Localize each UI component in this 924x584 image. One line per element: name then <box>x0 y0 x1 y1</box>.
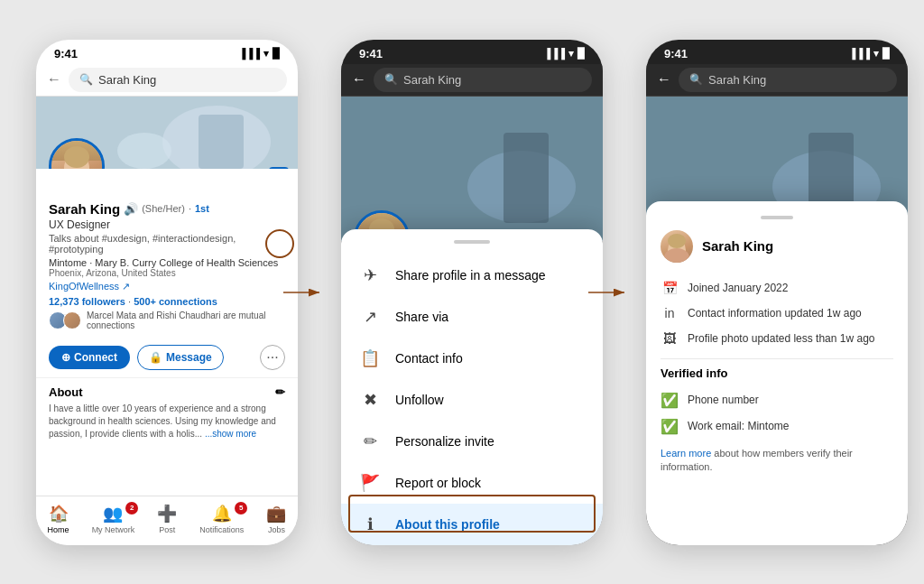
status-icons-right: ▐▐▐ ▾ ▉ <box>849 48 890 60</box>
nav-jobs[interactable]: 💼 Jobs <box>266 504 286 534</box>
home-icon: 🏠 <box>49 504 69 524</box>
svg-rect-2 <box>199 115 244 169</box>
menu-unfollow[interactable]: ✖ Unfollow <box>341 379 603 421</box>
menu-label-report: Report or block <box>395 476 481 490</box>
cover-photo-left: in <box>36 97 298 169</box>
verified-check-email: ✅ <box>661 418 679 435</box>
more-button[interactable]: ··· <box>260 345 285 370</box>
action-buttons-left: ⊕ Connect 🔒 Message ··· <box>36 338 298 377</box>
photo-icon: 🖼 <box>661 331 679 346</box>
search-bar-middle[interactable]: ← 🔍 Sarah King <box>341 64 603 97</box>
menu-report-block[interactable]: 🚩 Report or block <box>341 462 603 504</box>
learn-more-link[interactable]: Learn more <box>661 448 711 459</box>
profile-company-left: Mintome · Mary B. Curry College of Healt… <box>49 257 285 268</box>
menu-label-about: About this profile <box>395 517 500 532</box>
battery-icon-right: ▉ <box>882 48 890 60</box>
nav-notifications[interactable]: 🔔 5 Notifications <box>199 504 244 534</box>
menu-label-contact-info: Contact info <box>395 351 463 366</box>
svg-point-22 <box>668 234 686 248</box>
signal-icon: ▐▐▐ <box>239 48 260 59</box>
wifi-icon-right: ▾ <box>873 48 879 60</box>
info-icon: ℹ <box>359 514 381 534</box>
profile-info-left: Sarah King 🔊 (She/Her) · 1st UX Designer… <box>36 169 298 338</box>
share-icon: ↗ <box>359 307 381 327</box>
time-right: 9:41 <box>664 47 688 60</box>
search-bar-right[interactable]: ← 🔍 Sarah King <box>646 64 908 97</box>
menu-personalize-invite[interactable]: ✏ Personalize invite <box>341 421 603 462</box>
status-icons-left: ▐▐▐ ▾ ▉ <box>239 48 280 60</box>
back-arrow-left[interactable]: ← <box>47 71 61 88</box>
svg-point-5 <box>64 146 89 168</box>
status-bar-right: 9:41 ▐▐▐ ▾ ▉ <box>646 40 908 64</box>
search-icon-right: 🔍 <box>689 73 703 86</box>
show-more-link[interactable]: ...show more <box>205 429 256 439</box>
post-icon: ➕ <box>157 504 177 524</box>
back-arrow-middle[interactable]: ← <box>352 71 366 88</box>
search-text-left: Sarah King <box>98 73 156 87</box>
scene: 9:41 ▐▐▐ ▾ ▉ ← 🔍 Sarah King <box>0 0 924 584</box>
sheet-handle <box>454 240 490 244</box>
panel-handle <box>761 216 793 219</box>
time-middle: 9:41 <box>359 47 383 60</box>
menu-label-share-message: Share profile in a message <box>395 268 546 283</box>
notifications-badge: 5 <box>235 502 247 514</box>
external-link-icon: ↗ <box>122 281 130 292</box>
signal-icon-mid: ▐▐▐ <box>544 48 565 59</box>
about-header-left: About ✏ <box>49 385 285 399</box>
edit-icon-about[interactable]: ✏ <box>275 385 285 399</box>
menu-contact-info[interactable]: 📋 Contact info <box>341 338 603 379</box>
flag-icon: 🚩 <box>359 473 381 493</box>
profile-name-left: Sarah King 🔊 (She/Her) · 1st <box>49 201 285 217</box>
status-icons-middle: ▐▐▐ ▾ ▉ <box>544 48 585 60</box>
verified-email: ✅ Work email: Mintome <box>661 413 893 440</box>
nav-post[interactable]: ➕ Post <box>157 504 177 534</box>
panel-user-name: Sarah King <box>702 238 773 254</box>
search-icon-left: 🔍 <box>79 73 93 86</box>
verified-phone: ✅ Phone number <box>661 387 893 413</box>
menu-label-personalize: Personalize invite <box>395 434 494 449</box>
avatar-left <box>49 138 105 169</box>
menu-about-profile[interactable]: ℹ About this profile <box>341 504 603 545</box>
network-icon: 👥 <box>103 504 123 524</box>
battery-icon-mid: ▉ <box>578 48 585 60</box>
menu-label-unfollow: Unfollow <box>395 393 444 407</box>
search-input-right[interactable]: 🔍 Sarah King <box>679 68 897 92</box>
verified-title: Verified info <box>661 366 893 380</box>
about-section-left: About ✏ I have a little over 10 years of… <box>36 377 298 448</box>
menu-label-share-via: Share via <box>395 310 448 324</box>
nav-home[interactable]: 🏠 Home <box>48 504 69 534</box>
signal-icon-right: ▐▐▐ <box>849 48 870 59</box>
svg-rect-10 <box>504 133 549 223</box>
about-text-left: I have a little over 10 years of experie… <box>49 403 285 440</box>
search-icon-middle: 🔍 <box>384 73 398 86</box>
search-input-left[interactable]: 🔍 Sarah King <box>69 68 287 92</box>
connect-button[interactable]: ⊕ Connect <box>49 346 130 369</box>
bottom-nav-left: 🏠 Home 👥 2 My Network ➕ Post 🔔 5 Notific… <box>36 496 298 545</box>
notifications-icon: 🔔 <box>212 504 232 524</box>
learn-more-text: Learn more about how members verify thei… <box>661 447 893 475</box>
profile-panel: Sarah King 📅 Joined January 2022 in Cont… <box>646 201 908 545</box>
contact-icon: 📋 <box>359 348 381 368</box>
lock-icon: 🔒 <box>149 351 162 364</box>
status-bar-left: 9:41 ▐▐▐ ▾ ▉ <box>36 40 298 64</box>
phone-right: 9:41 ▐▐▐ ▾ ▉ ← 🔍 Sarah King <box>646 40 908 545</box>
panel-divider <box>661 358 893 359</box>
jobs-icon: 💼 <box>266 504 286 524</box>
message-button[interactable]: 🔒 Message <box>137 345 224 370</box>
cover-photo-middle: in <box>341 97 603 241</box>
search-input-middle[interactable]: 🔍 Sarah King <box>374 68 592 92</box>
info-row-photo-updated: 🖼 Profile photo updated less than 1w ago <box>661 326 893 351</box>
search-bar-left[interactable]: ← 🔍 Sarah King <box>36 64 298 97</box>
calendar-icon: 📅 <box>661 281 679 295</box>
back-arrow-right[interactable]: ← <box>657 71 671 88</box>
profile-hashtags-left: Talks about #uxdesign, #interactiondesig… <box>49 233 285 255</box>
time-left: 9:41 <box>54 47 78 60</box>
svg-point-3 <box>117 133 171 169</box>
nav-network[interactable]: 👥 2 My Network <box>92 504 135 534</box>
info-row-contact-updated: in Contact information updated 1w ago <box>661 301 893 326</box>
mutual-connections-left: Marcel Mata and Rishi Chaudhari are mutu… <box>49 311 285 330</box>
info-row-joined: 📅 Joined January 2022 <box>661 275 893 301</box>
network-badge: 2 <box>125 502 138 514</box>
send-icon: ✈ <box>359 265 381 285</box>
wifi-icon: ▾ <box>263 48 269 60</box>
